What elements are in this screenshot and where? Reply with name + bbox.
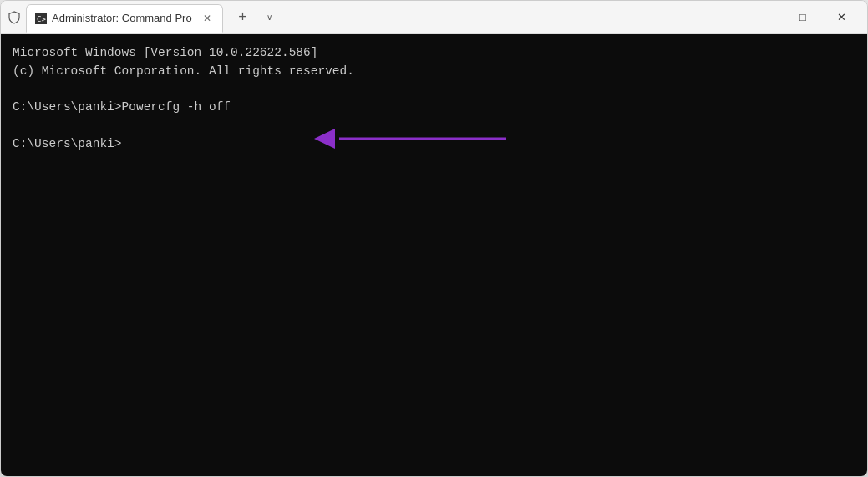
svg-marker-3 xyxy=(314,129,335,149)
window-controls: — □ ✕ xyxy=(745,1,860,34)
arrow-annotation xyxy=(314,122,515,164)
tab-label: Administrator: Command Pro xyxy=(52,12,192,24)
main-window: C> Administrator: Command Pro ✕ + ∨ — □ … xyxy=(0,0,868,477)
terminal-line-1: Microsoft Windows [Version 10.0.22622.58… xyxy=(13,44,855,63)
shield-icon xyxy=(8,11,21,24)
dropdown-button[interactable]: ∨ xyxy=(260,8,280,28)
titlebar-left: C> Administrator: Command Pro ✕ + ∨ xyxy=(8,3,745,33)
terminal-area[interactable]: Microsoft Windows [Version 10.0.22622.58… xyxy=(1,34,867,476)
tab-close-button[interactable]: ✕ xyxy=(201,12,214,25)
terminal-line-2: (c) Microsoft Corporation. All rights re… xyxy=(13,63,855,81)
tab-cmd-icon: C> xyxy=(35,13,47,24)
maximize-button[interactable]: □ xyxy=(784,1,822,34)
titlebar: C> Administrator: Command Pro ✕ + ∨ — □ … xyxy=(1,1,867,34)
minimize-button[interactable]: — xyxy=(745,1,784,34)
terminal-line-4: C:\Users\panki>Powercfg -h off xyxy=(13,99,855,117)
new-tab-button[interactable]: + xyxy=(231,6,255,29)
close-button[interactable]: ✕ xyxy=(822,1,860,34)
terminal-blank-1 xyxy=(13,81,855,99)
svg-text:C>: C> xyxy=(37,15,46,23)
active-tab[interactable]: C> Administrator: Command Pro ✕ xyxy=(26,4,223,33)
